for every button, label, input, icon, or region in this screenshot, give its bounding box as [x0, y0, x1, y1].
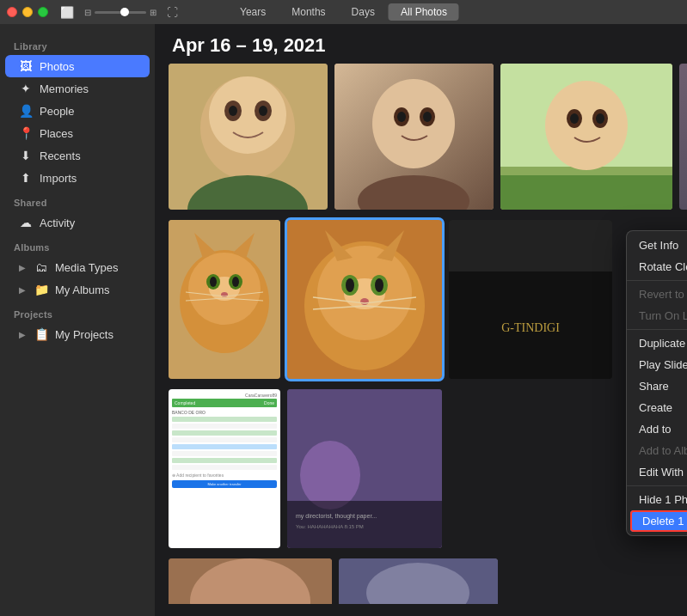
svg-point-58 [300, 441, 360, 509]
sidebar-item-my-projects[interactable]: ▶ 📋 My Projects [5, 323, 150, 345]
sidebar-photos-label: Photos [40, 60, 74, 73]
svg-point-6 [259, 106, 267, 116]
sidebar-item-media-types[interactable]: ▶ 🗂 Media Types [5, 256, 150, 278]
photos-icon: 🖼 [19, 59, 33, 73]
menu-divider-2 [627, 329, 687, 330]
sidebar-item-activity[interactable]: ☁ Activity [5, 211, 150, 234]
photo-cell[interactable] [169, 64, 328, 210]
photo-row-2: G-TINDIGI [169, 220, 673, 379]
svg-rect-23 [500, 175, 672, 210]
svg-point-18 [545, 81, 628, 170]
library-section-label: Library [0, 33, 155, 55]
sidebar-places-label: Places [40, 127, 73, 140]
svg-point-13 [397, 112, 406, 122]
menu-item-add-to-album: Add to Album [627, 440, 687, 461]
albums-section-label: Albums [0, 234, 155, 256]
my-projects-icon: 📋 [34, 327, 48, 341]
menu-divider-1 [627, 280, 687, 281]
expand-icon[interactable]: ⛶ [167, 6, 178, 19]
svg-point-33 [232, 277, 239, 287]
media-types-icon: 🗂 [34, 260, 48, 274]
window-controls: ⬜ ⊟ ⊞ ⛶ [7, 6, 178, 19]
fullscreen-button[interactable] [38, 7, 48, 17]
menu-item-slideshow[interactable]: Play Slideshow [627, 354, 687, 375]
photo-cell-bottom-2[interactable] [339, 558, 498, 604]
svg-text:You: HAHAHAHAHA  8:15 PM: You: HAHAHAHAHA 8:15 PM [296, 524, 364, 529]
svg-point-48 [375, 278, 383, 292]
svg-point-2 [209, 76, 286, 154]
photo-cell-dark[interactable]: G-TINDIGI [449, 220, 612, 379]
sidebar-imports-label: Imports [40, 172, 77, 185]
sidebar-item-photos[interactable]: 🖼 Photos [5, 55, 150, 77]
tab-all-photos[interactable]: All Photos [389, 3, 459, 21]
sidebar-item-my-albums[interactable]: ▶ 📁 My Albums [5, 278, 150, 301]
photo-content: Apr 16 – 19, 2021 [155, 24, 687, 616]
svg-point-47 [346, 278, 354, 292]
svg-text:G-TINDIGI: G-TINDIGI [501, 321, 560, 334]
expand-my-albums-icon: ▶ [19, 285, 26, 295]
sidebar: Library 🖼 Photos ✦ Memories 👤 People 📍 P… [0, 24, 155, 616]
menu-item-edit-with[interactable]: Edit With ▶ [627, 461, 687, 483]
menu-item-duplicate[interactable]: Duplicate 1 Photo [627, 332, 687, 354]
photo-cell-partial [679, 64, 687, 210]
menu-item-get-info[interactable]: Get Info [627, 235, 687, 256]
date-range-header: Apr 16 – 19, 2021 [155, 24, 687, 64]
zoom-slider[interactable]: ⊟ ⊞ [84, 8, 156, 17]
main-layout: Library 🖼 Photos ✦ Memories 👤 People 📍 P… [0, 24, 687, 616]
photo-cell-screenshot[interactable]: CaraCaravero89 CompletedDone BANCO DE OR… [169, 389, 280, 548]
svg-text:my directorist, thought paper.: my directorist, thought paper... [296, 513, 377, 520]
sidebar-item-places[interactable]: 📍 Places [5, 122, 150, 144]
sidebar-item-memories[interactable]: ✦ Memories [5, 77, 150, 100]
menu-divider-3 [627, 485, 687, 486]
photo-cell-bottom-1[interactable] [169, 558, 332, 604]
photo-cell[interactable] [334, 64, 494, 210]
sidebar-people-label: People [40, 105, 74, 118]
photo-row-4 [169, 558, 673, 604]
tab-days[interactable]: Days [340, 3, 387, 21]
photo-row-3: CaraCaravero89 CompletedDone BANCO DE OR… [169, 389, 673, 548]
titlebar: ⬜ ⊟ ⊞ ⛶ Years Months Days All Photos [0, 0, 687, 24]
tab-years[interactable]: Years [228, 3, 278, 21]
photo-cell-chat[interactable]: my directorist, thought paper... You: HA… [287, 389, 442, 548]
menu-item-share[interactable]: Share ▶ [627, 375, 687, 397]
recents-icon: ⬇ [19, 149, 33, 162]
photo-cell-selected[interactable] [287, 220, 442, 379]
sidebar-my-albums-label: My Albums [55, 284, 110, 296]
sidebar-my-projects-label: My Projects [55, 328, 113, 341]
svg-point-49 [360, 298, 369, 305]
menu-item-add-to[interactable]: Add to ▶ [627, 418, 687, 440]
sidebar-recents-label: Recents [40, 149, 81, 162]
sidebar-item-recents[interactable]: ⬇ Recents [5, 144, 150, 167]
minimize-button[interactable] [22, 7, 33, 17]
sidebar-memories-label: Memories [40, 82, 89, 95]
sidebar-item-people[interactable]: 👤 People [5, 100, 150, 122]
people-icon: 👤 [19, 104, 33, 118]
menu-item-revert: Revert to Original [627, 284, 687, 305]
menu-item-create[interactable]: Create ▶ [627, 397, 687, 418]
expand-media-types-icon: ▶ [19, 263, 26, 272]
menu-item-delete[interactable]: Delete 1 Photo [630, 510, 687, 532]
tab-months[interactable]: Months [279, 3, 337, 21]
photo-cell[interactable] [169, 220, 280, 379]
svg-point-32 [210, 277, 217, 287]
photo-grid: G-TINDIGI CaraCaravero89 CompletedDone B… [155, 64, 687, 604]
svg-point-22 [596, 113, 604, 124]
shared-section-label: Shared [0, 189, 155, 211]
memories-icon: ✦ [19, 82, 33, 95]
close-button[interactable] [7, 7, 17, 17]
sidebar-media-types-label: Media Types [55, 261, 118, 274]
photo-row-1 [169, 64, 673, 210]
menu-item-rotate-cw[interactable]: Rotate Clockwise [627, 256, 687, 278]
svg-rect-55 [449, 220, 612, 271]
sidebar-toggle-icon[interactable]: ⬜ [60, 6, 74, 19]
svg-point-5 [229, 106, 237, 116]
sidebar-item-imports[interactable]: ⬆ Imports [5, 167, 150, 189]
view-tabs: Years Months Days All Photos [228, 3, 459, 21]
menu-item-hide[interactable]: Hide 1 Photo [627, 489, 687, 510]
svg-point-21 [570, 113, 579, 124]
sidebar-activity-label: Activity [40, 217, 75, 229]
my-albums-icon: 📁 [34, 283, 48, 296]
imports-icon: ⬆ [19, 171, 33, 185]
svg-point-14 [423, 112, 432, 122]
photo-cell[interactable] [500, 64, 672, 210]
